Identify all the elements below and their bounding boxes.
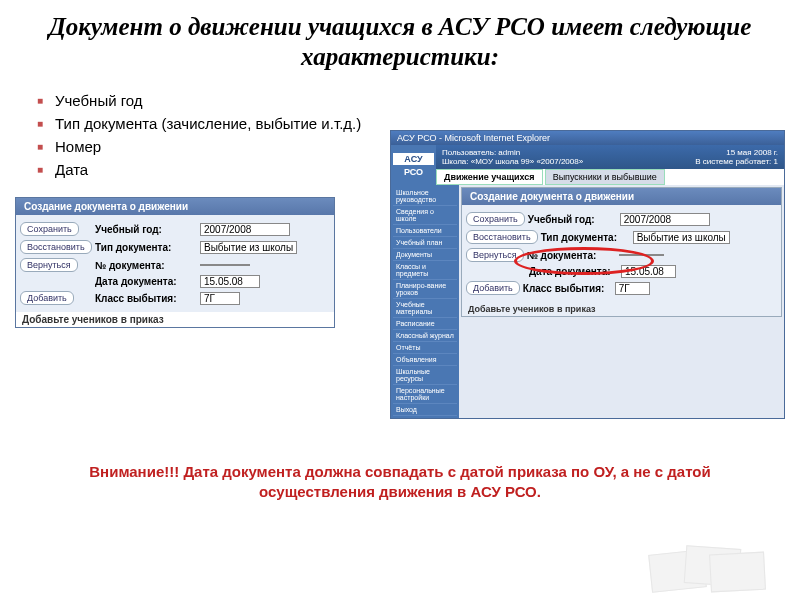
sidebar-item[interactable]: Учебный план [393, 237, 457, 249]
num-input[interactable] [200, 264, 250, 266]
sidebar-item[interactable]: Школьное руководство [393, 187, 457, 206]
sidebar-item[interactable]: Отчёты [393, 342, 457, 354]
decoration-icon [650, 547, 770, 592]
sidebar-item[interactable]: Школьные ресурсы [393, 366, 457, 385]
sidebar-item[interactable]: Классы и предметы [393, 261, 457, 280]
restore-button[interactable]: Восстановить [466, 230, 538, 244]
app-logo: АСУ РСО [391, 145, 436, 185]
num-label: № документа: [95, 260, 200, 271]
date-label: Дата документа: [529, 266, 621, 277]
session-label: В системе работает: 1 [695, 157, 778, 166]
back-button[interactable]: Вернуться [466, 248, 524, 262]
date-label: Дата документа: [95, 276, 200, 287]
class-select[interactable]: 7Г [615, 282, 650, 295]
app-topbar: Пользователь: admin Школа: «МОУ школа 99… [436, 145, 784, 169]
add-note: Добавьте учеников в приказ [462, 302, 781, 316]
sidebar-item[interactable]: Расписание [393, 318, 457, 330]
type-select[interactable]: Выбытие из школы [633, 231, 730, 244]
sidebar-item[interactable]: Выход [393, 404, 457, 416]
inner-panel-header: Создание документа о движении [462, 188, 781, 205]
add-button[interactable]: Добавить [20, 291, 74, 305]
back-button[interactable]: Вернуться [20, 258, 78, 272]
user-label: Пользователь: admin [442, 148, 583, 157]
sidebar-item[interactable]: Пользователи [393, 225, 457, 237]
save-button[interactable]: Сохранить [20, 222, 79, 236]
year-label: Учебный год: [528, 214, 620, 225]
left-screenshot: Создание документа о движении Сохранить … [15, 197, 335, 328]
warning-text: Внимание!!! Дата документа должна совпад… [0, 454, 800, 511]
panel-header: Создание документа о движении [16, 198, 334, 215]
num-label: № документа: [527, 250, 619, 261]
type-label: Тип документа: [95, 242, 200, 253]
right-screenshot: АСУ РСО - Microsoft Internet Explorer АС… [390, 130, 785, 419]
sidebar-item[interactable]: Учебные материалы [393, 299, 457, 318]
browser-titlebar: АСУ РСО - Microsoft Internet Explorer [391, 131, 784, 145]
class-label: Класс выбытия: [523, 283, 615, 294]
sidebar-item[interactable]: Классный журнал [393, 330, 457, 342]
date-input[interactable]: 15.05.08 [200, 275, 260, 288]
num-input[interactable] [619, 254, 664, 256]
date-input[interactable]: 15.05.08 [621, 265, 676, 278]
sidebar-item[interactable]: Персональные настройки [393, 385, 457, 404]
tab-movement[interactable]: Движение учащихся [436, 169, 543, 185]
date-label: 15 мая 2008 г. [695, 148, 778, 157]
restore-button[interactable]: Восстановить [20, 240, 92, 254]
type-select[interactable]: Выбытие из школы [200, 241, 297, 254]
year-value: 2007/2008 [200, 223, 290, 236]
sidebar-item[interactable]: Сведения о школе [393, 206, 457, 225]
type-label: Тип документа: [541, 232, 633, 243]
bullet-item: Учебный год [55, 92, 780, 109]
add-note: Добавьте учеников в приказ [16, 312, 334, 327]
sidebar: Школьное руководство Сведения о школе По… [391, 185, 459, 418]
tab-graduates[interactable]: Выпускники и выбывшие [545, 169, 665, 185]
class-label: Класс выбытия: [95, 293, 200, 304]
year-select[interactable]: 2007/2008 [620, 213, 710, 226]
slide-title: Документ о движении учащихся в АСУ РСО и… [0, 0, 800, 84]
sidebar-item[interactable]: Объявления [393, 354, 457, 366]
year-label: Учебный год: [95, 224, 200, 235]
add-button[interactable]: Добавить [466, 281, 520, 295]
sidebar-item[interactable]: Документы [393, 249, 457, 261]
save-button[interactable]: Сохранить [466, 212, 525, 226]
sidebar-item[interactable]: Планиро-вание уроков [393, 280, 457, 299]
class-select[interactable]: 7Г [200, 292, 240, 305]
school-label: Школа: «МОУ школа 99» «2007/2008» [442, 157, 583, 166]
screenshots-area: Создание документа о движении Сохранить … [0, 192, 800, 442]
